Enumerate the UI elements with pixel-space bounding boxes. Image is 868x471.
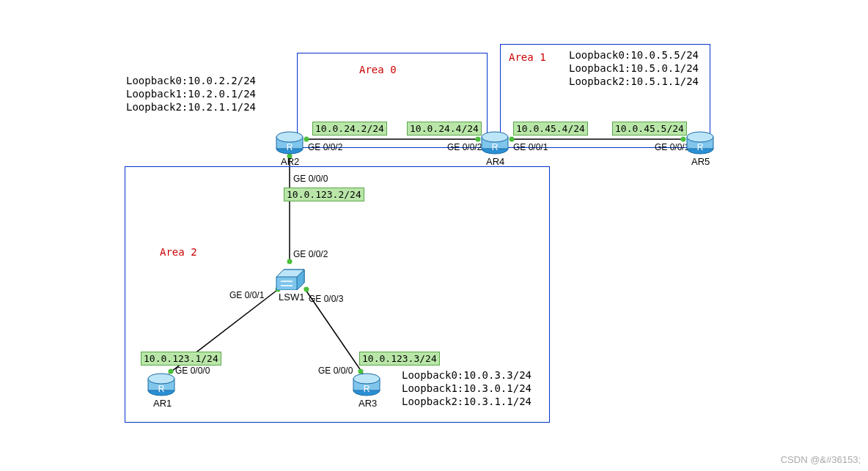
port-ar3-ge000: GE 0/0/0 — [318, 366, 353, 376]
router-ar1[interactable]: R — [147, 370, 176, 399]
svg-text:R: R — [697, 142, 704, 152]
svg-point-17 — [276, 132, 303, 142]
svg-text:R: R — [287, 142, 293, 152]
ar3-loopback1: Loopback1:10.3.0.1/24 — [402, 382, 532, 395]
port-ar5-ge001: GE 0/0/1 — [655, 142, 689, 152]
port-lsw1-ge002: GE 0/0/2 — [293, 249, 328, 259]
ip-ar5-ge001: 10.0.45.5/24 — [612, 122, 687, 136]
ar5-loopback2: Loopback2:10.5.1.1/24 — [569, 75, 699, 88]
ar5-loopback1: Loopback1:10.5.0.1/24 — [569, 62, 699, 75]
router-ar3[interactable]: R — [352, 370, 381, 399]
ar5-loopbacks: Loopback0:10.0.5.5/24 Loopback1:10.5.0.1… — [569, 48, 699, 89]
ar2-label: AR2 — [281, 156, 299, 167]
svg-point-34 — [148, 374, 174, 384]
area2-label: Area 2 — [160, 246, 197, 258]
ar2-loopback2: Loopback2:10.2.1.1/24 — [126, 100, 256, 114]
ar2-loopbacks: Loopback0:10.0.2.2/24 Loopback1:10.2.0.1… — [126, 74, 256, 114]
port-ar1-ge000: GE 0/0/0 — [175, 366, 210, 376]
ip-ar4-ge001: 10.0.45.4/24 — [513, 122, 588, 136]
port-ar2-ge000: GE 0/0/0 — [293, 174, 328, 184]
ar5-label: AR5 — [691, 156, 710, 167]
ar5-loopback0: Loopback0:10.0.5.5/24 — [569, 48, 699, 62]
ar1-label: AR1 — [153, 398, 172, 409]
router-ar4[interactable]: R — [480, 128, 510, 157]
svg-text:R: R — [158, 384, 165, 394]
port-ar4-ge001: GE 0/0/1 — [513, 142, 548, 152]
router-ar2[interactable]: R — [275, 128, 304, 157]
watermark: CSDN @&#36153; — [781, 454, 861, 465]
ip-ar1-ge000: 10.0.123.1/24 — [141, 352, 221, 366]
port-lsw1-ge001: GE 0/0/1 — [229, 290, 264, 300]
ar3-label: AR3 — [358, 398, 377, 409]
ar3-loopback2: Loopback2:10.3.1.1/24 — [402, 395, 532, 408]
lsw1-label: LSW1 — [279, 292, 304, 303]
ip-ar4-ge002: 10.0.24.4/24 — [407, 122, 482, 136]
ar2-loopback1: Loopback1:10.2.0.1/24 — [126, 87, 256, 100]
port-ar4-ge002: GE 0/0/2 — [447, 142, 482, 152]
ip-ar2-ge000: 10.0.123.2/24 — [284, 188, 364, 201]
ar2-loopback0: Loopback0:10.0.2.2/24 — [126, 74, 256, 87]
area0-label: Area 0 — [359, 64, 397, 75]
ip-ar2-ge002: 10.0.24.2/24 — [312, 122, 387, 136]
port-lsw1-ge003: GE 0/0/3 — [309, 294, 343, 304]
svg-point-38 — [353, 374, 380, 384]
svg-text:R: R — [492, 142, 499, 152]
area1-label: Area 1 — [509, 51, 546, 63]
svg-text:R: R — [364, 384, 370, 394]
switch-lsw1[interactable] — [275, 264, 306, 293]
port-ar2-ge002: GE 0/0/2 — [308, 142, 342, 152]
svg-point-25 — [687, 132, 713, 142]
ar3-loopbacks: Loopback0:10.0.3.3/24 Loopback1:10.3.0.1… — [402, 368, 532, 409]
svg-point-21 — [482, 132, 508, 142]
ar4-label: AR4 — [486, 156, 504, 167]
ip-ar3-ge000: 10.0.123.3/24 — [359, 352, 440, 366]
router-ar5[interactable]: R — [685, 128, 715, 157]
ar3-loopback0: Loopback0:10.0.3.3/24 — [402, 368, 532, 382]
